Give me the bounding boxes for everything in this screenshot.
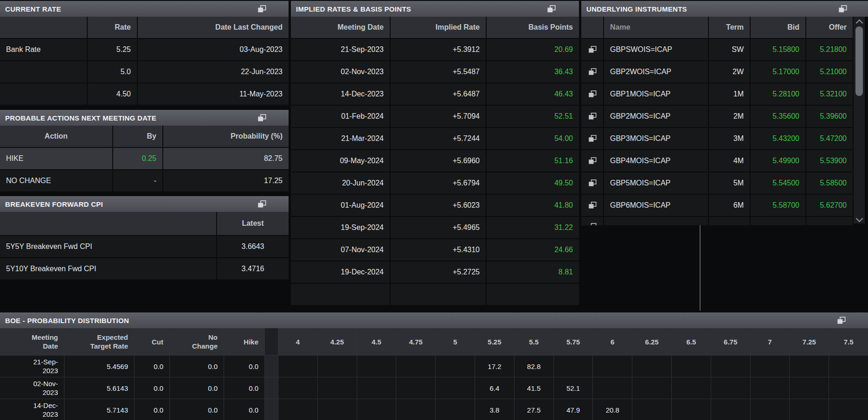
probability-cell[interactable] — [751, 399, 790, 420]
meeting-date-cell[interactable]: 14-Dec-2023 — [0, 399, 64, 420]
basis-points-cell[interactable]: 8.81 — [487, 261, 579, 283]
popout-icon[interactable] — [838, 5, 847, 13]
hike-cell[interactable]: 0.0 — [224, 356, 264, 377]
probability-cell[interactable] — [632, 399, 671, 420]
bid-cell[interactable]: 5.54500 — [751, 172, 805, 194]
popout-icon[interactable] — [588, 90, 597, 98]
probability-cell[interactable]: 3.8 — [475, 399, 514, 420]
probability-cell[interactable] — [829, 377, 868, 399]
instrument-name-cell[interactable]: GBP2MOIS=ICAP — [604, 106, 708, 127]
no-change-cell[interactable]: 0.0 — [170, 356, 224, 377]
popout-icon[interactable] — [837, 317, 846, 325]
probability-cell[interactable]: 52.1 — [554, 377, 593, 399]
basis-points-cell[interactable]: 51.16 — [487, 150, 579, 172]
chevron-up-icon[interactable] — [856, 19, 863, 27]
popout-icon[interactable] — [257, 5, 266, 13]
table-cell[interactable]: 5.25 — [88, 39, 137, 60]
probability-cell[interactable]: 6.4 — [475, 377, 514, 399]
popout-cell[interactable] — [581, 150, 603, 172]
offer-cell[interactable]: 5.21000 — [806, 61, 853, 83]
offer-cell[interactable]: 5.58500 — [806, 172, 853, 194]
probability-cell[interactable] — [632, 377, 671, 399]
popout-icon[interactable] — [837, 317, 846, 325]
instrument-name-cell[interactable]: GBP4MOIS=ICAP — [604, 150, 708, 172]
implied-rate-cell[interactable]: +5.6960 — [391, 150, 486, 172]
implied-rate-cell[interactable]: +5.2725 — [391, 261, 486, 283]
probability-cell[interactable]: 17.25 — [163, 170, 289, 191]
probability-cell[interactable] — [357, 356, 396, 377]
table-cell[interactable]: 4.50 — [88, 83, 137, 105]
probability-cell[interactable] — [672, 356, 711, 377]
term-cell[interactable]: SW — [709, 39, 750, 60]
table-cell[interactable]: 5Y5Y Breakeven Fwd CPI — [0, 236, 216, 257]
popout-cell[interactable] — [581, 39, 603, 60]
probability-cell[interactable] — [790, 356, 829, 377]
popout-cell[interactable] — [581, 106, 603, 127]
probability-cell[interactable] — [396, 377, 435, 399]
popout-icon[interactable] — [588, 179, 597, 187]
term-cell[interactable]: 4M — [709, 150, 750, 172]
basis-points-cell[interactable]: 20.69 — [487, 39, 579, 60]
term-cell[interactable]: 1M — [709, 83, 750, 105]
instrument-name-cell[interactable]: GBP3MOIS=ICAP — [604, 128, 708, 149]
table-cell[interactable]: Bank Rate — [0, 39, 87, 60]
implied-rate-cell[interactable]: +5.7094 — [391, 106, 486, 127]
bid-cell[interactable]: 5.28100 — [751, 83, 805, 105]
probability-cell[interactable] — [751, 356, 790, 377]
meeting-date-cell[interactable]: 01-Feb-2024 — [291, 106, 390, 127]
probability-cell[interactable] — [278, 377, 317, 399]
table-cell[interactable]: 5.0 — [88, 61, 137, 83]
action-cell[interactable]: NO CHANGE — [0, 170, 112, 191]
popout-icon[interactable] — [588, 223, 597, 225]
meeting-date-cell[interactable]: 01-Aug-2024 — [291, 195, 390, 216]
popout-icon[interactable] — [838, 5, 847, 13]
hike-cell[interactable]: 0.0 — [224, 377, 264, 399]
popout-icon[interactable] — [588, 113, 597, 120]
meeting-date-cell[interactable]: 21-Mar-2024 — [291, 128, 390, 149]
by-cell[interactable]: - — [113, 170, 162, 191]
probability-cell[interactable] — [593, 356, 632, 377]
chevron-down-icon[interactable] — [856, 215, 863, 223]
basis-points-cell[interactable]: 31.22 — [487, 217, 579, 238]
bid-cell[interactable]: 5.58700 — [751, 195, 805, 216]
probability-cell[interactable]: 41.5 — [514, 377, 553, 399]
instrument-name-cell[interactable]: GBPSWOIS=ICAP — [604, 39, 708, 60]
expected-target-rate-cell[interactable]: 5.4569 — [64, 356, 134, 377]
instrument-name-cell[interactable]: GBP1MOIS=ICAP — [604, 83, 708, 105]
meeting-date-cell[interactable]: 20-Jun-2024 — [291, 172, 390, 194]
popout-icon[interactable] — [588, 68, 597, 76]
implied-rate-cell[interactable]: +5.4310 — [391, 239, 486, 261]
probability-cell[interactable] — [436, 356, 475, 377]
action-cell[interactable]: HIKE — [0, 148, 112, 169]
probability-cell[interactable]: 82.75 — [163, 148, 289, 169]
probability-cell[interactable] — [278, 399, 317, 420]
probability-cell[interactable] — [672, 399, 711, 420]
probability-cell[interactable] — [318, 377, 357, 399]
probability-cell[interactable] — [436, 399, 475, 420]
probability-cell[interactable]: 20.8 — [593, 399, 632, 420]
basis-points-cell[interactable]: 49.50 — [487, 172, 579, 194]
basis-points-cell[interactable]: 54.00 — [487, 128, 579, 149]
implied-rate-cell[interactable]: +5.3912 — [391, 39, 486, 60]
basis-points-cell[interactable]: 36.43 — [487, 61, 579, 83]
expected-target-rate-cell[interactable]: 5.6143 — [64, 377, 134, 399]
probability-cell[interactable] — [829, 356, 868, 377]
cut-cell[interactable]: 0.0 — [135, 399, 169, 420]
meeting-date-cell[interactable]: 02-Nov-2023 — [291, 61, 390, 83]
popout-icon[interactable] — [257, 114, 266, 122]
probability-cell[interactable]: 82.8 — [514, 356, 553, 377]
probability-cell[interactable] — [711, 399, 750, 420]
popout-cell[interactable] — [581, 128, 603, 149]
meeting-date-cell[interactable]: 19-Sep-2024 — [291, 217, 390, 238]
bid-cell[interactable]: 5.35600 — [751, 106, 805, 127]
bid-cell[interactable]: 5.43200 — [751, 128, 805, 149]
probability-cell[interactable] — [318, 356, 357, 377]
no-change-cell[interactable]: 0.0 — [170, 377, 224, 399]
probability-cell[interactable] — [396, 356, 435, 377]
term-cell[interactable]: 2W — [709, 61, 750, 83]
meeting-date-cell[interactable]: 21-Sep-2023 — [0, 356, 64, 377]
meeting-date-cell[interactable]: 14-Dec-2023 — [291, 83, 390, 105]
popout-icon[interactable] — [588, 135, 597, 142]
popout-icon[interactable] — [257, 200, 266, 208]
implied-rate-cell[interactable]: +5.6487 — [391, 83, 486, 105]
